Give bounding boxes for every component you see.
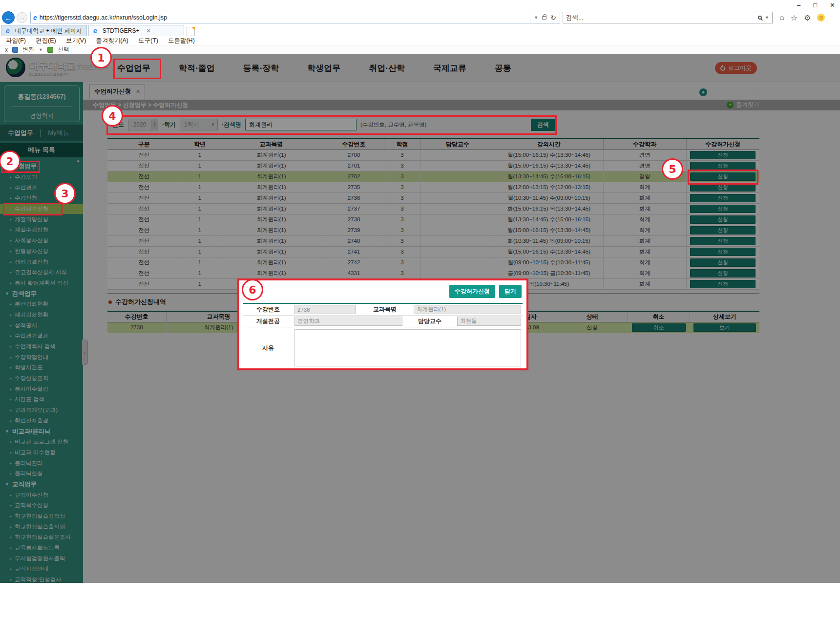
browser-tab-stdtigers[interactable]: e STDTIGERS+ ✕ <box>88 25 184 36</box>
browser-tab-main[interactable]: e 대구대학교 + 메인 페이지 <box>1 25 87 36</box>
window-close-button[interactable]: ✕ <box>830 1 835 9</box>
window-minimize-button[interactable]: – <box>797 1 800 9</box>
url-text: https://tigersstd.daegu.ac.kr/nxrun/ssoL… <box>40 14 530 21</box>
step-circle-6: 6 <box>242 279 263 300</box>
course-no-field: 2738 <box>294 305 356 314</box>
browser-forward-button[interactable]: → <box>17 12 27 23</box>
tigers-page: 대구대학교 TIGERS+ DAEGUUNIVERSITY 수업업무 학적·졸업… <box>0 54 840 583</box>
course-name-field: 회계원리(1) <box>414 305 521 314</box>
menu-edit[interactable]: 편집(E) <box>36 37 56 45</box>
search-icon[interactable] <box>758 16 762 20</box>
smiley-icon[interactable]: ☺ <box>817 14 825 21</box>
refresh-icon[interactable]: ↻ <box>550 14 556 21</box>
major-field: 경영학과 <box>294 317 402 326</box>
convert-dropdown-icon[interactable]: ▼ <box>39 47 43 52</box>
step-circle-1: 1 <box>90 47 112 68</box>
favorites-star-icon[interactable]: ☆ <box>791 13 798 22</box>
browser-menu-bar: 파일(F) 편집(E) 보기(V) 즐겨찾기(A) 도구(T) 도움말(H) <box>6 36 195 45</box>
browser-chrome: – □ ✕ ← → e https://tigersstd.daegu.ac.k… <box>0 0 840 54</box>
browser-tabs: e 대구대학교 + 메인 페이지 e STDTIGERS+ ✕ <box>1 24 195 36</box>
reason-label: 사유 <box>243 344 293 352</box>
search-placeholder: 검색... <box>566 14 758 22</box>
ie-icon: e <box>93 27 97 35</box>
modal-close-button[interactable]: 닫기 <box>499 285 522 298</box>
modal-form: 수강번호 2738 교과목명 회계원리(1) 개설전공 경영학과 담당교수 최현… <box>243 303 523 368</box>
command-bar: x 변환 ▼ 선택 <box>0 45 840 54</box>
professor-label: 담당교수 <box>404 317 456 325</box>
search-dropdown-icon[interactable]: ▼ <box>765 15 769 20</box>
address-bar-row: ← → e https://tigersstd.daegu.ac.kr/nxru… <box>0 11 840 24</box>
convert-button[interactable]: 변환 <box>22 45 34 54</box>
window-titlebar: – □ ✕ <box>0 0 840 11</box>
tab-close-icon[interactable]: ✕ <box>146 28 150 34</box>
url-dropdown-icon[interactable]: ▼ <box>534 15 538 20</box>
menu-help[interactable]: 도움말(H) <box>168 37 195 45</box>
annotation-box-menu-item <box>3 203 63 215</box>
select-icon <box>47 47 53 53</box>
menu-view[interactable]: 보기(V) <box>66 37 86 45</box>
browser-back-button[interactable]: ← <box>2 11 15 24</box>
ie-icon: e <box>33 14 37 21</box>
course-no-label: 수강번호 <box>243 305 293 314</box>
new-tab-button[interactable] <box>187 27 195 36</box>
settings-gear-icon[interactable]: ⚙ <box>804 13 811 22</box>
permission-request-modal: 수강허가신청 닫기 수강번호 2738 교과목명 회계원리(1) 개설전공 경영… <box>237 278 528 370</box>
menu-file[interactable]: 파일(F) <box>6 37 26 45</box>
step-circle-4: 4 <box>102 105 123 127</box>
lock-icon <box>542 16 546 20</box>
annotation-box-apply <box>688 170 758 185</box>
step-circle-3: 3 <box>54 183 76 204</box>
url-bar[interactable]: e https://tigersstd.daegu.ac.kr/nxrun/ss… <box>30 12 560 23</box>
modal-apply-button[interactable]: 수강허가신청 <box>449 285 495 298</box>
home-icon[interactable]: ⌂ <box>779 13 784 22</box>
ie-icon: e <box>6 27 10 35</box>
major-label: 개설전공 <box>243 317 293 325</box>
course-name-label: 교과목명 <box>357 305 412 314</box>
select-button[interactable]: 선택 <box>58 45 69 54</box>
step-circle-5: 5 <box>662 158 683 180</box>
annotation-box-search <box>106 115 557 135</box>
menu-favorites[interactable]: 즐겨찾기(A) <box>96 37 128 45</box>
step-circle-2: 2 <box>0 150 21 172</box>
annotation-box-nav <box>113 59 161 79</box>
reason-textarea[interactable] <box>294 329 521 366</box>
browser-search-input[interactable]: 검색... ▼ <box>563 12 773 23</box>
window-maximize-button[interactable]: □ <box>813 1 817 9</box>
menu-tools[interactable]: 도구(T) <box>138 37 158 45</box>
convert-icon <box>12 47 18 53</box>
professor-field: 최현돌 <box>457 317 521 326</box>
toolbar-close-icon[interactable]: x <box>5 46 8 53</box>
